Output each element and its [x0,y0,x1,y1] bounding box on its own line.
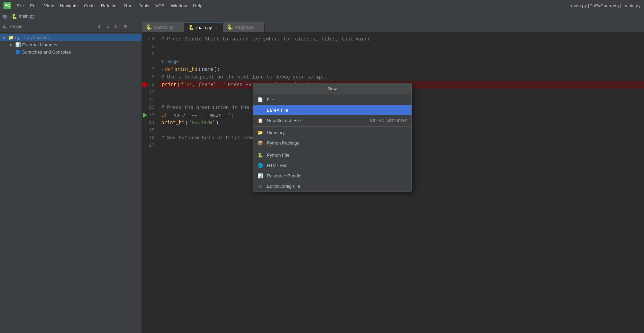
menu-item-htmlfile[interactable]: 🌐 HTML File [253,160,411,170]
menu-item-scratch-label: New Scratch File [267,118,366,123]
code-usage-hint: 1 usage [158,58,644,66]
line-num-14: 14 [142,119,158,127]
chevron-ext: ▶ [10,43,14,47]
menu-item-directory-label: Directory [267,130,407,135]
var-dunder-name: __name__ [168,111,191,119]
run-arrow-icon [143,113,147,118]
line-num-8: 8 [142,73,158,81]
menu-navigate[interactable]: Navigate [57,2,80,9]
tree-label-ext: External Libraries [22,42,57,47]
chevron-sy: ▶ [3,35,7,40]
tab-weight[interactable]: 🐍 weight.py × [223,22,265,32]
latex-icon: T [257,107,263,113]
menu-refactor[interactable]: Refactor [98,2,121,9]
tab-wandb-close[interactable]: × [175,25,180,29]
menu-item-pypkg-label: Python Package [267,140,407,146]
breadcrumb-sy[interactable]: sy [3,13,7,19]
menu-help[interactable]: Help [190,2,205,9]
title-bar: PC File Edit View Navigate Code Refactor… [0,0,644,11]
context-menu: New 📄 File T LaTeX File 📋 New Scratch Fi… [253,83,412,192]
tab-main-close[interactable]: × [214,25,218,30]
code-8-cmt: # Use a break [161,73,199,81]
code-14-paren: ( [185,119,188,127]
add-icon[interactable]: ⊕ [96,23,103,30]
code-4-text: # Press Double Shift to search everywher… [161,35,371,43]
minimize-icon[interactable]: — [131,23,139,30]
code-14-str: 'PyCharm' [189,119,215,127]
kw-def: def [165,66,174,73]
tab-wandb[interactable]: 🐍 wandb.py × [142,22,184,32]
collapse-icon-7[interactable]: ▸ [161,66,164,73]
code-line-5 [158,43,644,50]
tree-label-sy: sy [15,35,20,40]
usage-hint-text: 1 usage [161,58,179,66]
menu-item-editorconfig[interactable]: ⚙ EditorConfig File [253,181,411,191]
folder-icon-sy: 📁 [8,35,14,40]
menu-run[interactable]: Run [121,2,135,9]
menu-tools[interactable]: Tools [136,2,152,9]
line-numbers: ▷4 5 6 7 8 ▷ 9 10 11 12 13 14 1 [142,33,158,333]
menu-file[interactable]: File [14,2,27,9]
pypkg-icon: 📦 [257,140,263,146]
punc-open: ( [198,66,201,73]
tab-main[interactable]: 🐍 main.py × [184,22,223,32]
tree-item-scratches[interactable]: ▶ 🔵 Scratches and Consoles [0,48,142,56]
menu-code[interactable]: Code [81,2,98,9]
gear-icon[interactable]: ⚙ [122,23,129,30]
line-num-5: 5 [142,43,158,50]
menu-view[interactable]: View [41,2,56,9]
line-num-4: ▷4 [142,35,158,43]
menu-item-file[interactable]: 📄 File [253,94,411,105]
menu-item-directory[interactable]: 📂 Directory [253,127,411,138]
main-file-icon: 🐍 [188,25,194,30]
weight-file-icon: 🐍 [227,24,233,30]
line-num-10: 10 [142,89,158,96]
collapse-all-icon[interactable]: ≡ [105,23,111,30]
line-num-usage [142,58,158,66]
code-9-paren: ( [177,81,180,89]
line-num-16: 16 [142,134,158,142]
breadcrumb-filename[interactable]: main.py [19,13,35,19]
punc-eq: == ' [192,111,203,119]
context-menu-title: New [253,83,411,94]
menu-item-resource-label: Resource Bundle [267,173,407,178]
line-num-13: 13 [142,111,158,119]
menu-item-latex[interactable]: T LaTeX File [253,105,411,115]
fn-print-hi: print_hi [174,66,198,73]
menu-edit[interactable]: Edit [27,2,40,9]
menu-sep-1 [253,126,411,127]
menu-item-pypkg[interactable]: 📦 Python Package [253,138,411,148]
menu-item-pyfile-label: Python File [267,152,407,158]
tree-path-sy: D:\PyCharm\sy [22,35,51,40]
menu-item-scratch[interactable]: 📋 New Scratch File Ctrl+Alt+Shift+Insert [253,115,411,126]
directory-icon: 📂 [257,129,263,136]
scratch-icon: 🔵 [15,49,21,55]
tree-item-ext-libs[interactable]: ▶ 📊 External Libraries [0,41,142,48]
code-line-4: # Press Double Shift to search everywher… [158,35,644,43]
breakpoint-icon[interactable] [142,82,147,87]
menu-item-editorconfig-label: EditorConfig File [267,184,407,189]
editor-area: 🐍 wandb.py × 🐍 main.py × 🐍 weight.py × ▷… [142,21,644,333]
tree-item-sy[interactable]: ▶ 📁 sy D:\PyCharm\sy [0,34,142,41]
code-line-8: # Use a break point on the next line to … [158,73,644,81]
line-num-7: 7 [142,66,158,73]
expand-icon[interactable]: ⇅ [113,23,120,30]
code-8-tail: point on the next line to debug your scr… [200,73,328,81]
breadcrumb-file-icon: 🐍 [11,13,17,19]
menu-vcs[interactable]: VCS [153,2,167,9]
code-line-7: ▸ def print_hi ( name ): [158,66,644,73]
menu-item-pyfile[interactable]: 🐍 Python File [253,150,411,160]
line-num-11: 11 [142,96,158,104]
code-9-print: print [162,81,176,89]
tab-weight-close[interactable]: × [256,25,260,29]
breadcrumb: sy › 🐍 main.py [0,11,644,21]
code-9-str: f'Hi, { [181,81,201,89]
wandb-file-icon: 🐍 [146,24,152,30]
main-layout: 🗂 Project ⊕ ≡ ⇅ ⚙ — ▶ 📁 sy D:\PyCharm\sy… [0,21,644,333]
line-num-15: 15 [142,127,158,134]
kw-if: if [161,111,167,119]
line-num-12: 12 [142,104,158,111]
menu-window[interactable]: Window [168,2,190,9]
resource-icon: 📊 [257,173,263,179]
menu-item-resource[interactable]: 📊 Resource Bundle [253,170,411,181]
